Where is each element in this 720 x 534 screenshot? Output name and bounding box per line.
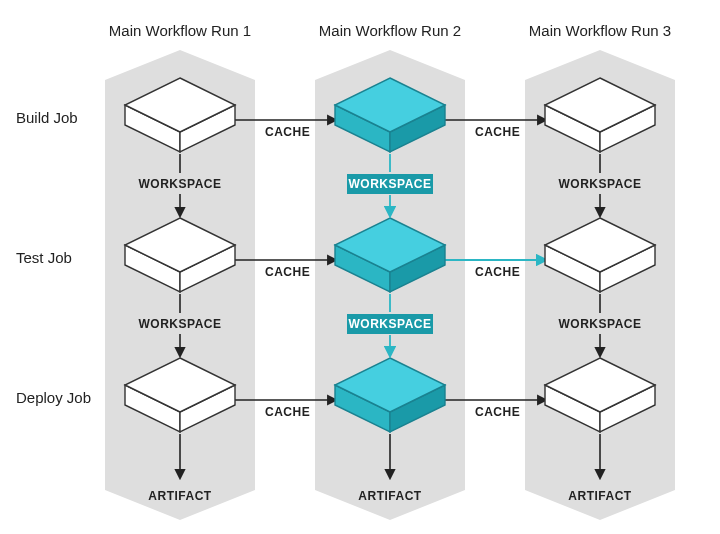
cache-label: CACHE [265, 405, 310, 419]
row-build-job: Build Job [16, 109, 78, 126]
cache-label: CACHE [475, 265, 520, 279]
workspace-label: WORKSPACE [559, 177, 642, 191]
artifact-label: ARTIFACT [358, 489, 421, 503]
cache-label: CACHE [265, 265, 310, 279]
row-deploy-job: Deploy Job [16, 389, 91, 406]
header-run-1: Main Workflow Run 1 [109, 22, 251, 39]
row-test-job: Test Job [16, 249, 72, 266]
workspace-label: WORKSPACE [139, 177, 222, 191]
header-run-2: Main Workflow Run 2 [319, 22, 461, 39]
workspace-label: WORKSPACE [349, 317, 432, 331]
workspace-label: WORKSPACE [559, 317, 642, 331]
header-run-3: Main Workflow Run 3 [529, 22, 671, 39]
artifact-label: ARTIFACT [148, 489, 211, 503]
job-boxes [125, 78, 655, 432]
workspace-label: WORKSPACE [139, 317, 222, 331]
workflow-diagram: Main Workflow Run 1 Main Workflow Run 2 … [0, 0, 720, 534]
workspace-label: WORKSPACE [349, 177, 432, 191]
cache-label: CACHE [265, 125, 310, 139]
column-headers: Main Workflow Run 1 Main Workflow Run 2 … [109, 22, 671, 39]
row-labels: Build Job Test Job Deploy Job [16, 109, 91, 406]
artifact-label: ARTIFACT [568, 489, 631, 503]
cache-label: CACHE [475, 125, 520, 139]
cache-label: CACHE [475, 405, 520, 419]
